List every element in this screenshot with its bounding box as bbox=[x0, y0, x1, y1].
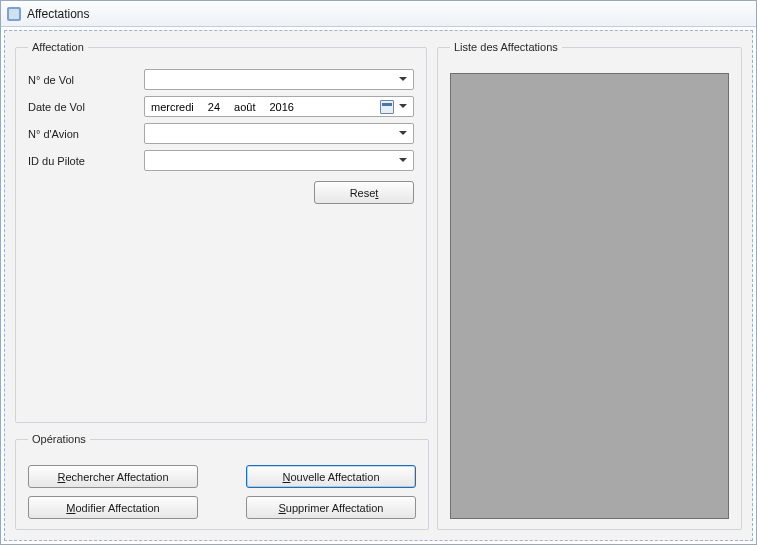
modifier-button[interactable]: Modifier Affectation bbox=[28, 496, 198, 519]
reset-u: t bbox=[375, 187, 378, 199]
chevron-down-icon bbox=[396, 126, 410, 141]
pilote-label: ID du Pilote bbox=[28, 155, 138, 167]
vol-label: N° de Vol bbox=[28, 74, 138, 86]
date-picker[interactable]: mercredi 24 août 2016 bbox=[144, 96, 414, 117]
date-day: 24 bbox=[208, 101, 220, 113]
supprimer-u: S bbox=[279, 502, 286, 514]
group-list: Liste des Affectations bbox=[437, 41, 742, 530]
nouvelle-u: N bbox=[282, 471, 290, 483]
group-list-legend: Liste des Affectations bbox=[450, 41, 562, 53]
date-year: 2016 bbox=[269, 101, 293, 113]
modifier-u: M bbox=[66, 502, 75, 514]
titlebar: Affectations bbox=[1, 1, 756, 27]
nouvelle-button[interactable]: Nouvelle Affectation bbox=[246, 465, 416, 488]
avion-combo[interactable] bbox=[144, 123, 414, 144]
group-affectation-legend: Affectation bbox=[28, 41, 88, 53]
left-column: Affectation N° de Vol Date de Vol mercre… bbox=[15, 41, 427, 530]
date-weekday: mercredi bbox=[151, 101, 194, 113]
avion-label: N° d'Avion bbox=[28, 128, 138, 140]
client-area: Affectation N° de Vol Date de Vol mercre… bbox=[4, 30, 753, 541]
supprimer-rest: upprimer Affectation bbox=[286, 502, 384, 514]
affectations-list[interactable] bbox=[450, 73, 729, 519]
calendar-icon bbox=[380, 100, 394, 114]
group-operations-legend: Opérations bbox=[28, 433, 90, 445]
app-icon bbox=[7, 7, 21, 21]
nouvelle-rest: ouvelle Affectation bbox=[290, 471, 379, 483]
chevron-down-icon bbox=[396, 99, 410, 114]
group-affectation: Affectation N° de Vol Date de Vol mercre… bbox=[15, 41, 427, 423]
supprimer-button[interactable]: Supprimer Affectation bbox=[246, 496, 416, 519]
rechercher-button[interactable]: Rechercher Affectation bbox=[28, 465, 198, 488]
date-text: mercredi 24 août 2016 bbox=[151, 101, 380, 113]
rechercher-u: R bbox=[57, 471, 65, 483]
window: Affectations Affectation N° de Vol Date … bbox=[0, 0, 757, 545]
chevron-down-icon bbox=[396, 72, 410, 87]
vol-combo[interactable] bbox=[144, 69, 414, 90]
date-month: août bbox=[234, 101, 255, 113]
ops-grid: Rechercher Affectation Nouvelle Affectat… bbox=[28, 465, 416, 519]
window-title: Affectations bbox=[27, 7, 89, 21]
chevron-down-icon bbox=[396, 153, 410, 168]
modifier-rest: odifier Affectation bbox=[75, 502, 159, 514]
form-grid: N° de Vol Date de Vol mercredi 24 août bbox=[28, 69, 414, 171]
pilote-combo[interactable] bbox=[144, 150, 414, 171]
rechercher-rest: echercher Affectation bbox=[65, 471, 168, 483]
reset-pre: Rese bbox=[350, 187, 376, 199]
group-operations: Opérations Rechercher Affectation Nouvel… bbox=[15, 433, 429, 530]
right-column: Liste des Affectations bbox=[437, 41, 742, 530]
reset-button[interactable]: Reset bbox=[314, 181, 414, 204]
reset-row: Reset bbox=[28, 181, 414, 204]
date-label: Date de Vol bbox=[28, 101, 138, 113]
